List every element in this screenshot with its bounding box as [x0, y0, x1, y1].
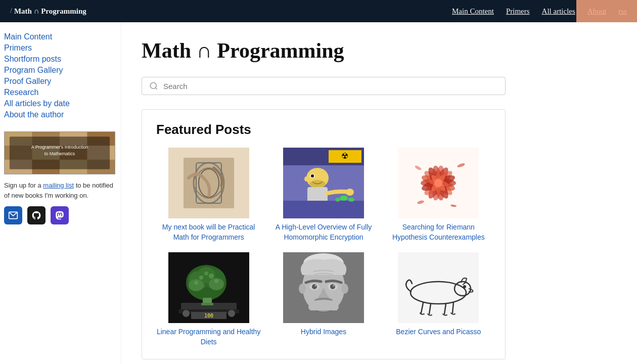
sidebar-link-research[interactable]: Research [4, 88, 38, 97]
post-thumb-homer: ☢ [283, 148, 364, 218]
site-name-link[interactable]: Math ∩ Programming [14, 7, 86, 16]
github-icon [31, 210, 41, 220]
search-icon [149, 81, 158, 90]
post-link-6[interactable]: Bezier Curves and Picasso [396, 327, 481, 337]
topnav-main-content[interactable]: Main Content [452, 7, 494, 16]
svg-rect-36 [283, 201, 364, 218]
post-thumb-2: ☢ [283, 148, 364, 218]
post-item-1[interactable]: My next book will be Practical Math for … [156, 148, 261, 242]
topnav-all-articles[interactable]: All articles [542, 7, 575, 16]
sidebar-link-program-gallery[interactable]: Program Gallery [4, 66, 63, 74]
sidebar-item-about[interactable]: About the author [4, 110, 121, 119]
sidebar-item-main-content[interactable]: Main Content [4, 32, 121, 41]
svg-point-86 [330, 284, 335, 289]
featured-posts-title: Featured Posts [156, 122, 491, 138]
post-thumb-5 [283, 252, 364, 323]
post-thumb-3 [398, 148, 479, 218]
svg-point-65 [228, 310, 235, 317]
post-link-5[interactable]: Hybrid Images [301, 327, 346, 337]
svg-point-78 [214, 279, 218, 283]
post-item-3[interactable]: Searching for Riemann Hypothesis Counter… [386, 148, 491, 242]
svg-rect-94 [398, 252, 479, 323]
svg-point-97 [463, 285, 466, 288]
featured-posts-section: Featured Posts [142, 109, 506, 359]
sidebar-nav: Main Content Primers Shortform posts Pro… [4, 32, 121, 119]
post-thumb-4: 100 [168, 252, 249, 323]
sidebar-link-proof-gallery[interactable]: Proof Gallery [4, 77, 51, 85]
sidebar-item-research[interactable]: Research [4, 88, 121, 97]
search-box[interactable] [142, 77, 506, 95]
post-item-5[interactable]: Hybrid Images [271, 252, 376, 347]
svg-point-35 [346, 189, 354, 196]
svg-text:100: 100 [204, 313, 213, 318]
svg-point-32 [311, 174, 314, 177]
mastodon-icon [55, 210, 65, 220]
svg-text:to Mathematics: to Mathematics [44, 151, 75, 156]
site-title: Math ∩ Programming [142, 38, 617, 63]
breadcrumb-separator: / [10, 7, 12, 15]
svg-point-77 [194, 281, 198, 285]
post-thumb-broccoli: 100 [168, 252, 249, 323]
sidebar-item-all-articles[interactable]: All articles by date [4, 99, 121, 108]
sidebar-link-main-content[interactable]: Main Content [4, 32, 52, 41]
site-title-math: Math [142, 39, 191, 62]
sidebar-item-program-gallery[interactable]: Program Gallery [4, 66, 121, 75]
svg-point-91 [299, 284, 306, 294]
svg-point-39 [335, 198, 340, 202]
svg-rect-24 [184, 158, 234, 208]
svg-point-75 [209, 274, 214, 279]
svg-point-54 [434, 179, 442, 187]
svg-point-64 [183, 310, 190, 317]
topnav-primers[interactable]: Primers [506, 7, 530, 16]
svg-point-17 [150, 82, 156, 88]
post-item-2[interactable]: ☢ [271, 148, 376, 242]
sidebar-item-proof-gallery[interactable]: Proof Gallery [4, 77, 121, 86]
topnav: / Math ∩ Programming Main Content Primer… [0, 0, 637, 22]
sidebar-mailing-text: Sign up for a mailing list to be notifie… [4, 180, 121, 200]
breadcrumb: / Math ∩ Programming [10, 7, 86, 16]
github-icon-button[interactable] [27, 206, 46, 224]
post-thumb-abstract-art [168, 148, 249, 218]
mastodon-icon-button[interactable] [51, 206, 69, 224]
post-thumb-riemann [398, 148, 479, 218]
email-icon-button[interactable] [4, 206, 22, 224]
post-link-1[interactable]: My next book will be Practical Math for … [156, 222, 261, 242]
topnav-accent-decoration [576, 0, 637, 22]
sidebar-link-about[interactable]: About the author [4, 110, 64, 119]
post-link-3[interactable]: Searching for Riemann Hypothesis Counter… [386, 222, 491, 242]
svg-line-18 [155, 87, 157, 89]
page-wrapper: Main Content Primers Shortform posts Pro… [0, 22, 637, 364]
site-title-programming: Programming [217, 39, 344, 62]
sidebar: Main Content Primers Shortform posts Pro… [0, 22, 121, 364]
sidebar-social-icons [4, 206, 121, 224]
svg-point-76 [204, 271, 208, 276]
sidebar-link-shortform[interactable]: Shortform posts [4, 55, 61, 63]
svg-point-87 [314, 285, 316, 287]
main-content-area: Math ∩ Programming Featured Posts [121, 22, 637, 364]
svg-text:☢: ☢ [341, 152, 348, 160]
post-thumb-dog-bezier [398, 252, 479, 323]
posts-grid: My next book will be Practical Math for … [156, 148, 491, 347]
svg-point-38 [348, 198, 354, 202]
post-thumb-6 [398, 252, 479, 323]
svg-point-30 [304, 176, 308, 181]
svg-point-85 [312, 284, 317, 289]
svg-point-92 [341, 284, 348, 294]
site-title-intersection: ∩ [197, 39, 217, 62]
svg-rect-73 [201, 303, 213, 305]
post-link-4[interactable]: Linear Programming and Healthy Diets [156, 327, 261, 347]
sidebar-item-primers[interactable]: Primers [4, 43, 121, 53]
search-input[interactable] [163, 82, 498, 90]
email-icon [8, 210, 18, 220]
post-link-2[interactable]: A High-Level Overview of Fully Homomorph… [271, 222, 376, 242]
sidebar-book-image[interactable]: A Programmer's Introduction to Mathemati… [4, 131, 115, 174]
svg-point-88 [333, 285, 335, 287]
mailing-list-link[interactable]: mailing list [43, 181, 74, 189]
post-item-4[interactable]: 100 [156, 252, 261, 347]
post-item-6[interactable]: Bezier Curves and Picasso [386, 252, 491, 347]
post-thumb-1 [168, 148, 249, 218]
sidebar-link-primers[interactable]: Primers [4, 43, 32, 52]
svg-text:A Programmer's Introduction: A Programmer's Introduction [31, 145, 88, 150]
sidebar-link-all-articles[interactable]: All articles by date [4, 99, 70, 108]
sidebar-item-shortform[interactable]: Shortform posts [4, 55, 121, 64]
